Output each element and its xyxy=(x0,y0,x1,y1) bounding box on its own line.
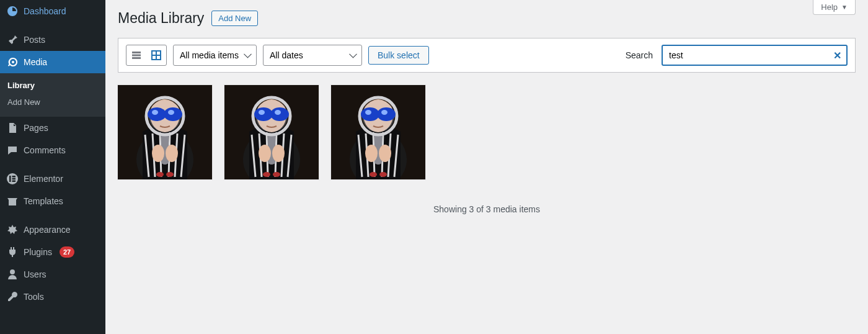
svg-rect-1 xyxy=(9,176,11,182)
search-input[interactable] xyxy=(662,45,848,66)
grid-icon xyxy=(150,49,162,61)
sidebar-item-users[interactable]: Users xyxy=(0,263,105,286)
svg-rect-23 xyxy=(164,113,166,115)
svg-point-51 xyxy=(365,110,371,115)
dashboard-icon xyxy=(6,5,19,17)
svg-rect-4 xyxy=(12,181,16,183)
grid-view-button[interactable] xyxy=(146,45,166,65)
page-title: Media Library xyxy=(118,10,204,27)
media-submenu: Library Add New xyxy=(0,73,105,117)
bulk-select-button[interactable]: Bulk select xyxy=(368,46,429,65)
thumbnail-image xyxy=(118,85,212,179)
submenu-item-add-new[interactable]: Add New xyxy=(0,94,105,111)
plugins-badge: 27 xyxy=(60,246,74,258)
elementor-icon xyxy=(6,173,19,185)
svg-point-21 xyxy=(152,110,158,115)
comments-icon xyxy=(6,144,19,156)
svg-point-15 xyxy=(152,145,164,162)
svg-point-45 xyxy=(365,145,378,162)
svg-point-52 xyxy=(381,110,388,115)
media-icon xyxy=(6,56,19,68)
pages-icon xyxy=(6,122,19,134)
sidebar-item-templates[interactable]: Templates xyxy=(0,190,105,212)
sidebar-item-tools[interactable]: Tools xyxy=(0,286,105,308)
sidebar-item-media[interactable]: Media xyxy=(0,51,105,73)
filter-date-select[interactable]: All dates xyxy=(263,45,362,66)
submenu-item-library[interactable]: Library xyxy=(0,77,105,94)
sidebar-label: Templates xyxy=(24,196,63,206)
svg-point-55 xyxy=(379,172,387,177)
media-item[interactable] xyxy=(224,85,319,179)
media-grid xyxy=(118,85,856,179)
pin-icon xyxy=(6,34,19,46)
media-item[interactable] xyxy=(118,85,212,179)
svg-point-36 xyxy=(259,110,265,115)
main-content: Help ▼ Media Library Add New All media i… xyxy=(105,0,868,334)
thumbnail-image xyxy=(224,85,319,179)
svg-point-31 xyxy=(272,145,285,162)
status-text: Showing 3 of 3 media items xyxy=(118,204,856,214)
clear-search-button[interactable]: ✕ xyxy=(832,48,843,63)
svg-rect-7 xyxy=(132,57,141,59)
close-icon: ✕ xyxy=(833,50,841,61)
svg-point-16 xyxy=(166,145,178,162)
media-item[interactable] xyxy=(331,85,425,179)
help-tab[interactable]: Help ▼ xyxy=(813,0,856,15)
users-icon xyxy=(6,268,19,281)
list-view-button[interactable] xyxy=(126,45,146,65)
thumbnail-image xyxy=(331,85,425,179)
svg-rect-53 xyxy=(377,113,379,115)
sidebar-item-comments[interactable]: Comments xyxy=(0,139,105,161)
svg-point-40 xyxy=(273,172,280,177)
search-label: Search xyxy=(626,50,653,60)
plugins-icon xyxy=(6,246,19,258)
sidebar-label: Users xyxy=(24,269,46,279)
view-toggle xyxy=(126,45,167,66)
sidebar-label: Elementor xyxy=(24,174,63,184)
templates-icon xyxy=(6,195,19,207)
sidebar-label: Plugins xyxy=(24,247,52,257)
sidebar-label: Comments xyxy=(24,145,66,155)
svg-rect-3 xyxy=(12,178,16,180)
list-icon xyxy=(130,49,143,61)
sidebar-label: Pages xyxy=(24,123,48,133)
caret-down-icon: ▼ xyxy=(841,4,848,11)
sidebar-label: Tools xyxy=(24,292,44,302)
svg-point-25 xyxy=(166,172,174,177)
svg-point-46 xyxy=(379,145,391,162)
help-label: Help xyxy=(821,2,838,12)
add-new-button[interactable]: Add New xyxy=(211,11,258,26)
sidebar-item-appearance[interactable]: Appearance xyxy=(0,219,105,241)
svg-rect-6 xyxy=(132,55,141,56)
sidebar-label: Posts xyxy=(24,35,45,45)
sidebar-item-pages[interactable]: Pages xyxy=(0,117,105,139)
page-header: Media Library Add New xyxy=(118,10,856,27)
appearance-icon xyxy=(6,223,19,236)
sidebar-item-elementor[interactable]: Elementor xyxy=(0,168,105,190)
svg-point-37 xyxy=(275,110,281,115)
svg-point-24 xyxy=(156,172,164,177)
sidebar-label: Appearance xyxy=(24,225,71,235)
svg-point-22 xyxy=(168,110,174,115)
search-wrap: ✕ xyxy=(662,45,848,66)
sidebar-item-dashboard[interactable]: Dashboard xyxy=(0,0,105,22)
svg-point-54 xyxy=(370,172,377,177)
svg-rect-2 xyxy=(12,176,16,178)
tools-icon xyxy=(6,291,19,303)
svg-rect-38 xyxy=(270,113,273,115)
sidebar-item-posts[interactable]: Posts xyxy=(0,29,105,51)
svg-rect-5 xyxy=(132,52,141,53)
sidebar-item-plugins[interactable]: Plugins 27 xyxy=(0,241,105,263)
sidebar-label: Media xyxy=(24,57,47,67)
media-toolbar: All media items All dates Bulk select Se… xyxy=(118,38,856,73)
sidebar-label: Dashboard xyxy=(24,6,66,16)
svg-point-39 xyxy=(263,172,270,177)
svg-point-30 xyxy=(259,145,271,162)
admin-sidebar: Dashboard Posts Media Library Add New Pa… xyxy=(0,0,105,334)
filter-type-select[interactable]: All media items xyxy=(173,45,257,66)
